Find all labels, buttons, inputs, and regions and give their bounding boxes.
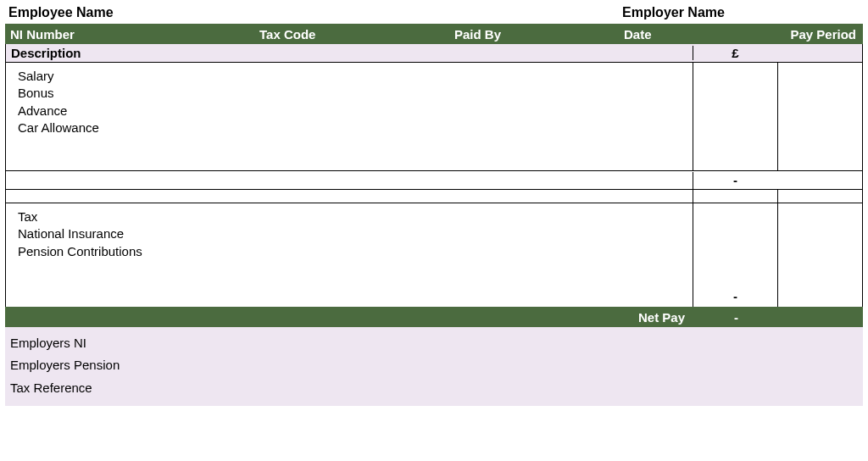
employer-name-label: Employer Name	[622, 5, 860, 20]
payslip: Employee Name Employer Name NI Number Ta…	[5, 3, 863, 406]
tax-reference-label: Tax Reference	[10, 377, 858, 399]
paid-by-header: Paid By	[454, 27, 624, 42]
earnings-block: Salary Bonus Advance Car Allowance	[5, 63, 863, 171]
earnings-subtotal-row: -	[5, 171, 863, 190]
date-header: Date	[624, 27, 760, 42]
spacer-row	[5, 190, 863, 203]
tax-code-header: Tax Code	[259, 27, 454, 42]
deduction-item: Tax	[18, 208, 689, 225]
deduction-item: National Insurance	[18, 225, 689, 242]
deduction-item: Pension Contributions	[18, 243, 689, 260]
footer-block: Employers NI Employers Pension Tax Refer…	[5, 327, 863, 406]
deductions-last-col	[777, 203, 862, 307]
earnings-descriptions: Salary Bonus Advance Car Allowance	[6, 63, 693, 170]
earning-item: Advance	[18, 103, 689, 119]
deductions-block: Tax National Insurance Pension Contribut…	[5, 203, 863, 307]
ni-number-header: NI Number	[5, 27, 259, 42]
description-label: Description	[6, 46, 693, 60]
info-header-bar: NI Number Tax Code Paid By Date Pay Peri…	[5, 24, 863, 44]
deductions-amounts: -	[693, 203, 777, 307]
description-header-row: Description £	[5, 44, 863, 63]
top-header-row: Employee Name Employer Name	[5, 3, 863, 24]
pay-period-header: Pay Period	[760, 27, 863, 42]
employers-ni-label: Employers NI	[10, 332, 858, 354]
employers-pension-label: Employers Pension	[10, 354, 858, 376]
employee-name-label: Employee Name	[8, 5, 622, 20]
earnings-last-col	[777, 63, 862, 170]
net-pay-value: -	[693, 310, 778, 325]
deductions-subtotal-value: -	[693, 289, 777, 303]
earning-item: Bonus	[18, 85, 689, 102]
deductions-descriptions: Tax National Insurance Pension Contribut…	[6, 203, 693, 307]
net-pay-label: Net Pay	[5, 310, 693, 325]
currency-label: £	[693, 46, 777, 60]
earning-item: Car Allowance	[18, 119, 689, 136]
earnings-amounts	[693, 63, 777, 170]
net-pay-bar: Net Pay -	[5, 307, 863, 327]
earning-item: Salary	[18, 68, 689, 85]
earnings-subtotal-value: -	[693, 172, 777, 189]
